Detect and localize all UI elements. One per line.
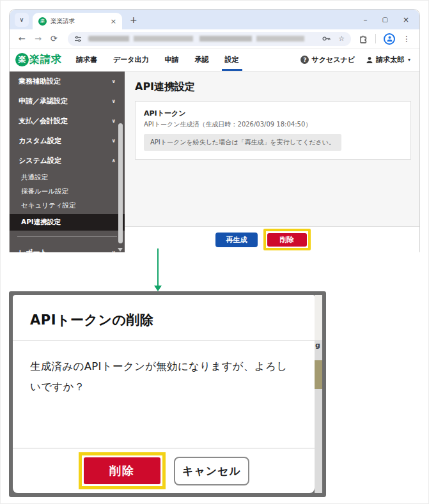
- dimmed-background-top: [315, 295, 322, 340]
- window-maximize-icon[interactable]: ▢: [382, 16, 387, 23]
- sidebar-subitem-common-settings[interactable]: 共通設定: [10, 171, 125, 185]
- sidebar-item-label: 申請／承認設定: [19, 96, 68, 106]
- scrollbar-down-arrow-icon[interactable]: [118, 248, 123, 252]
- browser-window: ∨ 楽 楽楽請求 × + – ▢ × ← → ⟳: [9, 9, 420, 252]
- sidebar-item-business-assist[interactable]: 業務補助設定 ∨: [10, 72, 125, 91]
- sidebar-subitem-api-integration[interactable]: API連携設定: [10, 214, 125, 231]
- api-token-note: APIトークンを紛失した場合は「再生成」を実行してください。: [144, 134, 341, 151]
- chevron-up-icon: ∧: [112, 158, 116, 164]
- toolbar-separator: [375, 34, 376, 43]
- sidebar-item-custom-settings[interactable]: カスタム設定 ∨: [10, 131, 125, 151]
- dialog-screenshot-frame: g APIトークンの削除 生成済みのAPIトークンが無効になりますが、よろしいで…: [9, 291, 326, 497]
- password-key-icon[interactable]: [322, 35, 331, 42]
- logo-text: 楽請求: [29, 53, 62, 66]
- chevron-down-icon: ∨: [112, 250, 116, 252]
- api-token-status: APIトークン生成済（生成日時：2026/03/09 18:04:50）: [144, 120, 402, 129]
- url-input[interactable]: ☆: [68, 32, 351, 46]
- user-icon: [366, 56, 373, 64]
- sidebar-item-system-settings[interactable]: システム設定 ∧: [10, 151, 125, 171]
- browser-tab-strip: ∨ 楽 楽楽請求 × + – ▢ ×: [10, 10, 419, 29]
- sidebar-item-label: 業務補助設定: [19, 77, 61, 86]
- sidebar-subitem-security[interactable]: セキュリティ設定: [10, 199, 125, 213]
- annotation-arrow: [157, 248, 159, 286]
- site-settings-icon[interactable]: [74, 35, 82, 43]
- window-close-icon[interactable]: ×: [403, 15, 409, 24]
- sidebar-scrollbar-thumb[interactable]: [118, 123, 123, 243]
- api-token-heading: APIトークン: [144, 109, 402, 118]
- background-text-fragment: g: [315, 341, 320, 349]
- bookmark-star-icon[interactable]: ☆: [338, 34, 345, 43]
- delete-confirm-dialog: APIトークンの削除 生成済みのAPIトークンが無効になりますが、よろしいですか…: [13, 295, 315, 493]
- sidebar-item-label: レポート: [19, 248, 47, 252]
- regenerate-button[interactable]: 再生成: [215, 233, 258, 247]
- back-icon[interactable]: ←: [19, 34, 26, 43]
- sidebar-item-report[interactable]: レポート ∨: [10, 243, 125, 252]
- nav-item-application[interactable]: 申請: [165, 49, 179, 71]
- success-navi-link[interactable]: ? サクセスナビ: [300, 55, 355, 65]
- action-footer: 再生成 削除: [125, 226, 419, 252]
- chevron-down-icon: ∨: [112, 98, 116, 104]
- sidebar-item-label: システム設定: [19, 156, 61, 165]
- chevron-down-icon: ▾: [408, 57, 410, 63]
- api-token-card: APIトークン APIトークン生成済（生成日時：2026/03/09 18:04…: [135, 101, 411, 160]
- user-menu[interactable]: 請求太郎 ▾: [366, 55, 410, 65]
- dimmed-highlight-fragment: [315, 360, 322, 389]
- tab-close-icon[interactable]: ×: [111, 17, 116, 26]
- chevron-down-icon: ∨: [112, 79, 116, 84]
- dialog-cancel-button[interactable]: キャンセル: [174, 457, 249, 485]
- annotation-arrow-head: [154, 286, 162, 291]
- nav-item-data-export[interactable]: データ出力: [113, 49, 149, 71]
- reload-icon[interactable]: ⟳: [51, 34, 58, 43]
- dialog-footer: 削除 キャンセル: [13, 448, 315, 493]
- sidebar-divider: [17, 236, 117, 237]
- page-title: API連携設定: [135, 80, 419, 94]
- dialog-title: APIトークンの削除: [13, 295, 315, 340]
- nav-item-invoice[interactable]: 請求書: [76, 49, 97, 71]
- nav-item-approval[interactable]: 承認: [195, 49, 209, 71]
- app-header: 楽 楽請求 請求書 データ出力 申請 承認 設定 ? サクセスナビ: [10, 49, 419, 72]
- window-minimize-icon[interactable]: –: [363, 15, 367, 24]
- dialog-message: 生成済みのAPIトークンが無効になりますが、よろしいですか？: [13, 340, 315, 413]
- app-nav: 請求書 データ出力 申請 承認 設定: [76, 49, 239, 71]
- profile-avatar[interactable]: [384, 33, 395, 45]
- tab-title: 楽楽請求: [51, 17, 107, 26]
- sidebar-item-label: カスタム設定: [19, 136, 61, 146]
- tab-search-icon[interactable]: ∨: [15, 13, 29, 27]
- sidebar-item-payment-accounting[interactable]: 支払／会計設定 ∨: [10, 111, 125, 131]
- dialog-delete-highlight: 削除: [79, 452, 166, 489]
- delete-button-highlight: 削除: [263, 229, 311, 250]
- app-body: 業務補助設定 ∨ 申請／承認設定 ∨ 支払／会計設定 ∨ カスタム設定 ∨ シス…: [10, 72, 419, 252]
- chevron-down-icon: ∨: [112, 138, 116, 144]
- help-icon: ?: [300, 56, 309, 64]
- nav-item-settings[interactable]: 設定: [225, 49, 239, 71]
- browser-address-bar: ← → ⟳ ☆ ⋮: [10, 29, 419, 49]
- browser-tab[interactable]: 楽 楽楽請求 ×: [33, 13, 122, 29]
- screenshot-root: ∨ 楽 楽楽請求 × + – ▢ × ← → ⟳: [0, 0, 429, 504]
- sidebar-item-label: 支払／会計設定: [19, 116, 68, 126]
- dimmed-background-strip: g: [315, 295, 322, 493]
- user-name: 請求太郎: [376, 55, 404, 65]
- browser-menu-icon[interactable]: ⋮: [403, 34, 410, 43]
- url-redacted-text: [88, 36, 316, 42]
- delete-button[interactable]: 削除: [267, 233, 307, 247]
- app-logo[interactable]: 楽 楽請求: [15, 53, 62, 66]
- settings-sidebar: 業務補助設定 ∨ 申請／承認設定 ∨ 支払／会計設定 ∨ カスタム設定 ∨ シス…: [10, 72, 125, 252]
- extensions-icon[interactable]: [359, 34, 368, 43]
- dialog-delete-button[interactable]: 削除: [84, 457, 160, 484]
- tab-favicon-icon: 楽: [38, 17, 47, 26]
- forward-icon[interactable]: →: [35, 34, 42, 43]
- success-navi-label: サクセスナビ: [311, 55, 355, 65]
- new-tab-button[interactable]: +: [130, 15, 137, 25]
- sidebar-item-application-approval[interactable]: 申請／承認設定 ∨: [10, 91, 125, 111]
- sidebar-subitem-numbering-rule[interactable]: 採番ルール設定: [10, 185, 125, 199]
- logo-badge-icon: 楽: [15, 53, 29, 66]
- main-content: API連携設定 APIトークン APIトークン生成済（生成日時：2026/03/…: [125, 72, 419, 252]
- chevron-down-icon: ∨: [112, 118, 116, 124]
